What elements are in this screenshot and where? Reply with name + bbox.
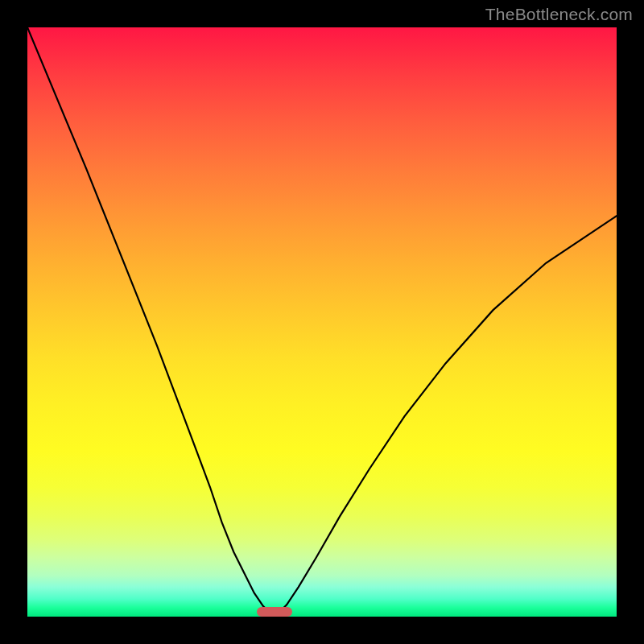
plot-area: [27, 27, 617, 617]
watermark-text: TheBottleneck.com: [485, 5, 633, 24]
chart-frame: TheBottleneck.com: [0, 0, 644, 644]
curve-left-branch: [27, 27, 275, 617]
bottleneck-curve: [27, 27, 617, 617]
optimal-marker: [257, 607, 292, 617]
curve-right-branch: [275, 216, 617, 617]
